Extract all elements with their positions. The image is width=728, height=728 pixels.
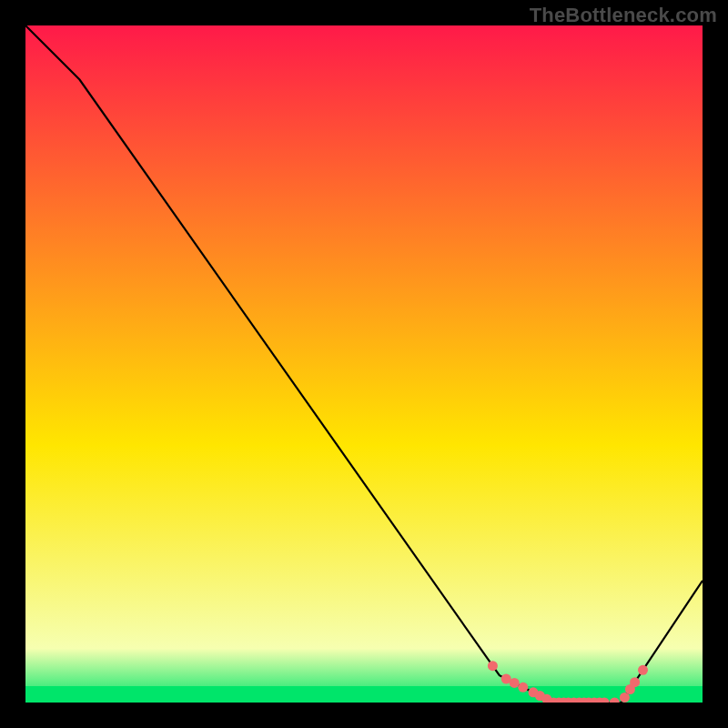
valley-dot xyxy=(638,665,648,675)
chart-svg xyxy=(25,25,703,703)
watermark-text: TheBottleneck.com xyxy=(530,4,717,27)
chart-frame: TheBottleneck.com xyxy=(0,0,728,728)
plot-area xyxy=(25,25,703,703)
valley-dot xyxy=(518,682,528,693)
valley-dot xyxy=(510,678,520,688)
gradient-bg xyxy=(25,25,703,703)
valley-dot xyxy=(630,677,640,687)
valley-dot xyxy=(488,661,498,671)
